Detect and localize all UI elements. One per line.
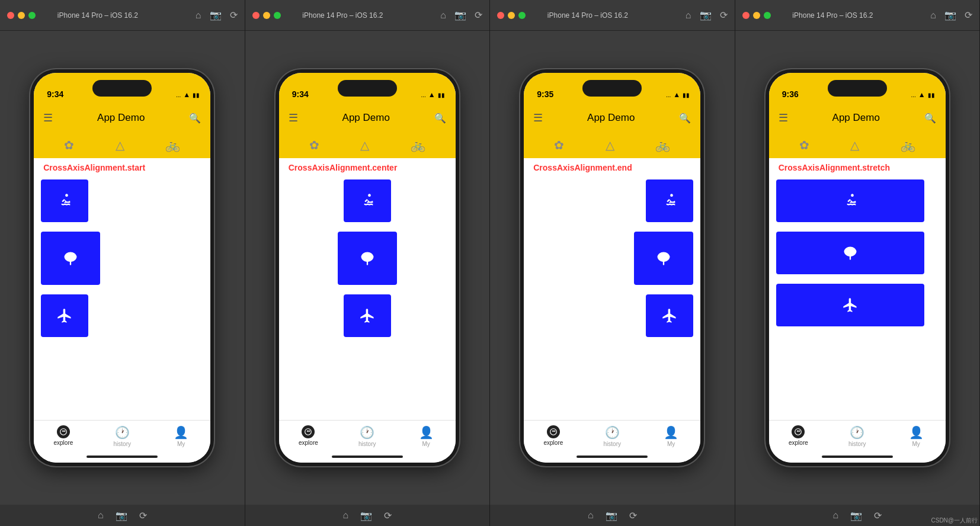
menu-icon[interactable]: ☰ [533, 111, 543, 124]
umbrella-icon [62, 250, 79, 267]
search-icon[interactable]: 🔍 [434, 113, 446, 124]
user-icon: 👤 [419, 425, 434, 440]
sim-toolbar: ⌂ 📷 ⟳ [245, 505, 490, 526]
flower-tab[interactable]: ✿ [799, 138, 809, 152]
toolbar-rotate-icon[interactable]: ⟳ [629, 510, 637, 521]
blue-tile-1[interactable] [634, 232, 693, 285]
home-icon[interactable]: ⌂ [930, 10, 936, 21]
blue-tile-2[interactable] [646, 294, 693, 337]
triangle-tab[interactable]: △ [606, 138, 614, 152]
blue-tile-2[interactable] [776, 284, 924, 326]
nav-item-explore[interactable]: explore [34, 425, 92, 446]
camera-icon[interactable]: 📷 [944, 9, 956, 21]
nav-item-explore[interactable]: explore [769, 425, 828, 446]
blue-tile-2[interactable] [344, 294, 391, 337]
phone-frame: 9:34 ... ▲ ▮▮ DEBUG ☰ App Demo 🔍 ✿ △ 🚲 C… [30, 69, 214, 466]
camera-icon[interactable]: 📷 [700, 9, 712, 21]
triangle-tab[interactable]: △ [116, 138, 124, 152]
home-icon[interactable]: ⌂ [196, 10, 201, 21]
toolbar-home-icon[interactable]: ⌂ [588, 510, 594, 521]
signal-icon: ... [421, 92, 426, 98]
category-tabs: ✿ △ 🚲 [524, 132, 700, 158]
menu-icon[interactable]: ☰ [289, 111, 298, 124]
rotate-icon[interactable]: ⟳ [720, 9, 728, 21]
content-area [34, 175, 210, 420]
toolbar-rotate-icon[interactable]: ⟳ [874, 510, 882, 521]
history-icon: 🕐 [115, 425, 130, 440]
battery-icon: ▮▮ [683, 92, 690, 98]
nav-item-My[interactable]: 👤 My [396, 425, 455, 447]
bike-tab[interactable]: 🚲 [901, 138, 915, 152]
window-title: iPhone 14 Pro – iOS 16.2 [740, 11, 926, 20]
toolbar-home-icon[interactable]: ⌂ [832, 510, 838, 521]
toolbar-home-icon[interactable]: ⌂ [98, 510, 104, 521]
home-indicator [332, 456, 403, 458]
rotate-icon[interactable]: ⟳ [475, 9, 482, 21]
home-indicator [87, 456, 158, 458]
toolbar-home-icon[interactable]: ⌂ [342, 510, 348, 521]
blue-tile-0[interactable] [646, 179, 693, 222]
wifi-icon: ▲ [183, 91, 190, 99]
battery-icon: ▮▮ [928, 92, 935, 98]
search-icon[interactable]: 🔍 [924, 113, 936, 124]
bike-tab[interactable]: 🚲 [655, 138, 670, 152]
nav-item-My[interactable]: 👤 My [152, 425, 210, 447]
plane-icon [842, 297, 859, 313]
simulator-2: iPhone 14 Pro – iOS 16.2 ⌂ 📷 ⟳ 9:34 ... … [245, 0, 491, 526]
debug-badge: DEBUG [930, 73, 945, 78]
camera-icon[interactable]: 📷 [210, 9, 222, 21]
mac-titlebar: iPhone 14 Pro – iOS 16.2 ⌂ 📷 ⟳ [0, 0, 245, 31]
triangle-tab[interactable]: △ [360, 138, 369, 152]
explore-icon [57, 425, 70, 438]
blue-tile-2[interactable] [41, 294, 88, 337]
menu-icon[interactable]: ☰ [43, 111, 53, 124]
nav-item-My[interactable]: 👤 My [642, 425, 700, 447]
nav-label-history: history [114, 441, 131, 447]
nav-item-history[interactable]: 🕐 history [93, 425, 152, 447]
flower-tab[interactable]: ✿ [64, 138, 74, 152]
blue-tile-1[interactable] [41, 232, 100, 285]
explore-icon [302, 425, 315, 438]
nav-item-history[interactable]: 🕐 history [338, 425, 396, 447]
simulator-4: iPhone 14 Pro – iOS 16.2 ⌂ 📷 ⟳ 9:36 ... … [735, 0, 981, 526]
triangle-tab[interactable]: △ [850, 138, 859, 152]
flower-tab[interactable]: ✿ [554, 138, 564, 152]
camera-icon[interactable]: 📷 [454, 9, 466, 21]
window-title: iPhone 14 Pro – iOS 16.2 [495, 11, 681, 20]
dynamic-island [828, 80, 887, 97]
toolbar-camera-icon[interactable]: 📷 [116, 510, 127, 521]
phone-frame: 9:34 ... ▲ ▮▮ DEBUG ☰ App Demo 🔍 ✿ △ 🚲 C… [276, 69, 459, 466]
home-icon[interactable]: ⌂ [440, 10, 446, 21]
search-icon[interactable]: 🔍 [679, 113, 691, 124]
toolbar-camera-icon[interactable]: 📷 [606, 510, 617, 521]
search-icon[interactable]: 🔍 [189, 113, 201, 124]
toolbar-camera-icon[interactable]: 📷 [850, 510, 862, 521]
blue-tile-0[interactable] [344, 179, 391, 222]
alignment-label: CrossAxisAlignment.center [279, 158, 456, 175]
status-time: 9:36 [782, 89, 799, 99]
content-area [769, 175, 946, 420]
toolbar-rotate-icon[interactable]: ⟳ [384, 510, 392, 521]
home-icon[interactable]: ⌂ [686, 10, 691, 21]
nav-item-explore[interactable]: explore [279, 425, 338, 446]
rotate-icon[interactable]: ⟳ [230, 9, 238, 21]
toolbar-camera-icon[interactable]: 📷 [360, 510, 372, 521]
blue-tile-1[interactable] [338, 232, 397, 285]
nav-item-history[interactable]: 🕐 history [583, 425, 642, 447]
flower-tab[interactable]: ✿ [309, 138, 319, 152]
rotate-icon[interactable]: ⟳ [965, 9, 972, 21]
nav-item-explore[interactable]: explore [524, 425, 582, 446]
bike-tab[interactable]: 🚲 [411, 138, 425, 152]
nav-item-My[interactable]: 👤 My [886, 425, 945, 447]
debug-badge: DEBUG [686, 73, 700, 78]
item-row-0 [34, 179, 210, 222]
menu-icon[interactable]: ☰ [779, 111, 788, 124]
item-row-1 [34, 232, 210, 285]
blue-tile-1[interactable] [776, 232, 924, 274]
blue-tile-0[interactable] [776, 179, 924, 222]
toolbar-rotate-icon[interactable]: ⟳ [139, 510, 147, 521]
nav-item-history[interactable]: 🕐 history [828, 425, 886, 447]
phone-screen: 9:36 ... ▲ ▮▮ DEBUG ☰ App Demo 🔍 ✿ △ 🚲 C… [769, 73, 946, 463]
bike-tab[interactable]: 🚲 [165, 138, 180, 152]
blue-tile-0[interactable] [41, 179, 88, 222]
